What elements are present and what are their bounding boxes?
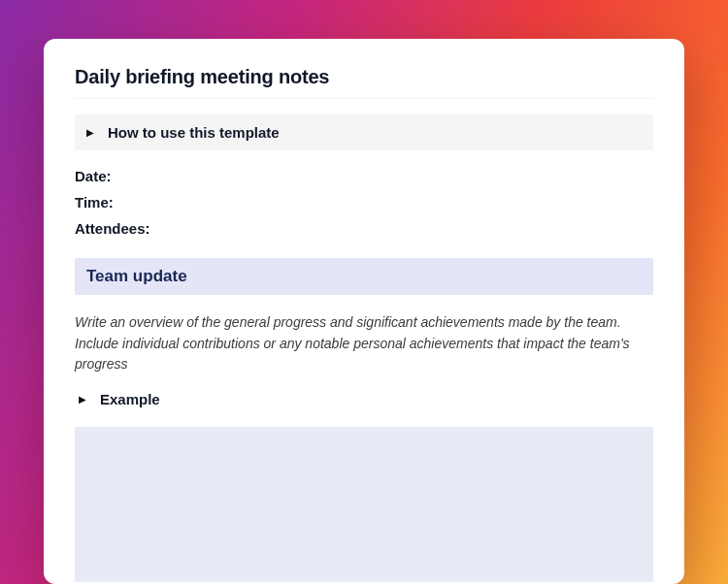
chevron-right-icon: ▶ xyxy=(79,395,86,405)
attendees-field-label[interactable]: Attendees: xyxy=(75,220,653,237)
document-card: Daily briefing meeting notes ▶ How to us… xyxy=(44,39,684,584)
howto-toggle[interactable]: ▶ How to use this template xyxy=(75,114,653,150)
team-update-input-area[interactable] xyxy=(75,427,653,582)
howto-label: How to use this template xyxy=(108,124,280,141)
page-title: Daily briefing meeting notes xyxy=(75,66,653,99)
date-field-label[interactable]: Date: xyxy=(75,168,653,184)
section-description: Write an overview of the general progres… xyxy=(75,312,653,375)
chevron-right-icon: ▶ xyxy=(86,128,94,138)
example-toggle[interactable]: ▶ Example xyxy=(75,389,653,409)
meta-block: Date: Time: Attendees: xyxy=(75,168,653,237)
time-field-label[interactable]: Time: xyxy=(75,194,653,211)
example-label: Example xyxy=(100,391,160,407)
section-heading-team-update: Team update xyxy=(75,258,653,295)
